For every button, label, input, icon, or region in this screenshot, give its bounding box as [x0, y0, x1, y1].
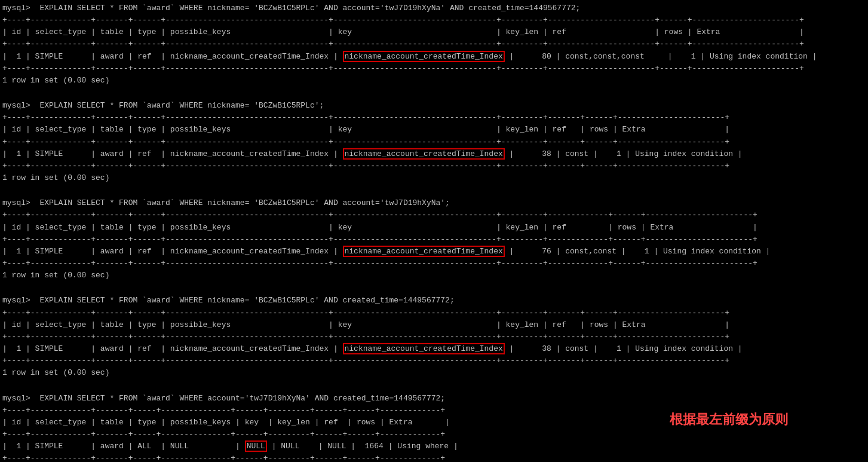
row-2: | 1 | SIMPLE | award | ref | nickname_ac…	[2, 148, 866, 160]
query-block-1: mysql> EXPLAIN SELECT * FROM `award` WHE…	[2, 2, 866, 87]
sep1-3: +----+-------------+-------+------+-----…	[2, 209, 866, 221]
row-1: | 1 | SIMPLE | award | ref | nickname_ac…	[2, 51, 866, 63]
key-highlight-3: nickname_account_createdTime_Index	[343, 246, 505, 257]
header-1: | id | select_type | table | type | poss…	[2, 26, 866, 38]
rowcount-1: 1 row in set (0.00 sec)	[2, 75, 866, 87]
query-line-1: mysql> EXPLAIN SELECT * FROM `award` WHE…	[2, 2, 866, 14]
blank-3	[2, 283, 866, 295]
blank-4	[2, 380, 866, 392]
sep2-5: +----+-------------+-------+-----+------…	[2, 429, 866, 440]
header-4: | id | select_type | table | type | poss…	[2, 319, 866, 331]
key-highlight-2: nickname_account_createdTime_Index	[343, 148, 505, 160]
row-5: | 1 | SIMPLE | award | ALL | NULL | NULL…	[2, 440, 866, 452]
sep3-1: +----+-------------+-------+------+-----…	[2, 63, 866, 75]
row-4: | 1 | SIMPLE | award | ref | nickname_ac…	[2, 343, 866, 355]
query-block-3: mysql> EXPLAIN SELECT * FROM `award` WHE…	[2, 197, 866, 282]
sep1-4: +----+-------------+-------+------+-----…	[2, 307, 866, 319]
query-block-5: mysql> EXPLAIN SELECT * FROM `award` WHE…	[2, 393, 866, 463]
rowcount-3: 1 row in set (0.00 sec)	[2, 270, 866, 282]
header-2: | id | select_type | table | type | poss…	[2, 124, 866, 136]
query-line-3: mysql> EXPLAIN SELECT * FROM `award` WHE…	[2, 197, 866, 209]
sep2-1: +----+-------------+-------+------+-----…	[2, 38, 866, 50]
sep1-2: +----+-------------+-------+------+-----…	[2, 112, 866, 124]
blank-1	[2, 88, 866, 100]
terminal-window: mysql> EXPLAIN SELECT * FROM `award` WHE…	[0, 2, 868, 462]
sep3-2: +----+-------------+-------+------+-----…	[2, 160, 866, 172]
query-block-2: mysql> EXPLAIN SELECT * FROM `award` WHE…	[2, 100, 866, 184]
header-3: | id | select_type | table | type | poss…	[2, 222, 866, 234]
key-highlight-1: nickname_account_createdTime_Index	[343, 51, 505, 62]
sep2-4: +----+-------------+-------+------+-----…	[2, 331, 866, 343]
rowcount-2: 1 row in set (0.00 sec)	[2, 172, 866, 184]
leftmost-prefix-annotation: 根据最左前缀为原则	[670, 411, 788, 429]
query-line-2: mysql> EXPLAIN SELECT * FROM `award` WHE…	[2, 100, 866, 112]
row-3: | 1 | SIMPLE | award | ref | nickname_ac…	[2, 246, 866, 258]
query-line-4: mysql> EXPLAIN SELECT * FROM `award` WHE…	[2, 295, 866, 307]
sep2-3: +----+-------------+-------+------+-----…	[2, 234, 866, 246]
rowcount-4: 1 row in set (0.00 sec)	[2, 367, 866, 379]
query-block-4: mysql> EXPLAIN SELECT * FROM `award` WHE…	[2, 295, 866, 379]
sep3-3: +----+-------------+-------+------+-----…	[2, 258, 866, 270]
key-highlight-5: NULL	[245, 440, 267, 452]
key-highlight-4: nickname_account_createdTime_Index	[343, 343, 505, 354]
blank-2	[2, 185, 866, 197]
query-line-5: mysql> EXPLAIN SELECT * FROM `award` WHE…	[2, 393, 866, 405]
sep2-2: +----+-------------+-------+------+-----…	[2, 136, 866, 148]
sep1-1: +----+-------------+-------+------+-----…	[2, 14, 866, 26]
sep3-5: +----+-------------+-------+-----+------…	[2, 452, 866, 462]
sep3-4: +----+-------------+-------+------+-----…	[2, 355, 866, 367]
